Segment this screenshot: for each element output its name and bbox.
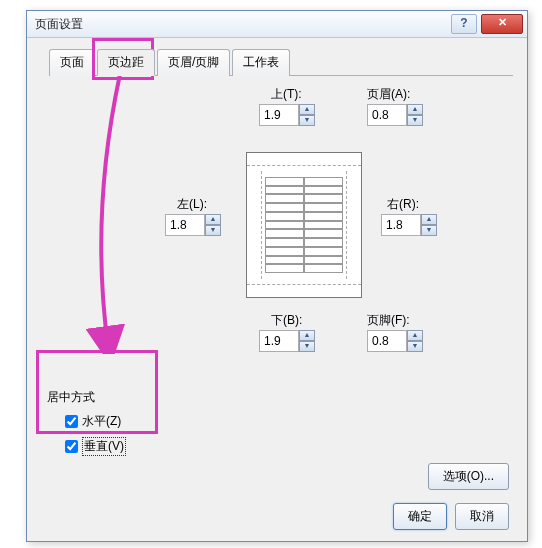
center-title: 居中方式 [47,389,126,406]
horizontal-center-row[interactable]: 水平(Z) [61,412,126,431]
bottom-label: 下(B): [271,312,302,329]
preview-header-line [247,165,361,166]
header-spin-up[interactable]: ▲ [407,104,423,115]
titlebar: 页面设置 ? ✕ [27,11,527,38]
tab-strip: 页面 页边距 页眉/页脚 工作表 [49,48,513,76]
vertical-center-row[interactable]: 垂直(V) [61,437,126,456]
header-spin-down[interactable]: ▼ [407,115,423,126]
ok-button[interactable]: 确定 [393,503,447,530]
tab-page-label: 页面 [60,55,84,69]
vertical-label: 垂直(V) [82,437,126,456]
bottom-spin-up[interactable]: ▲ [299,330,315,341]
tab-page[interactable]: 页面 [49,49,95,76]
left-spinner: ▲ ▼ [165,214,223,236]
right-spin-up[interactable]: ▲ [421,214,437,225]
left-spin-down[interactable]: ▼ [205,225,221,236]
tab-margins[interactable]: 页边距 [97,49,155,76]
bottom-spin-down[interactable]: ▼ [299,341,315,352]
header-label: 页眉(A): [367,86,410,103]
top-spin-up[interactable]: ▲ [299,104,315,115]
dialog-buttons: 确定 取消 [393,503,509,530]
tab-header-footer[interactable]: 页眉/页脚 [157,49,230,76]
vertical-checkbox[interactable] [65,440,78,453]
horizontal-checkbox[interactable] [65,415,78,428]
tab-margins-label: 页边距 [108,55,144,69]
top-spin-down[interactable]: ▼ [299,115,315,126]
header-input[interactable] [367,104,407,126]
left-spin-up[interactable]: ▲ [205,214,221,225]
header-spinner: ▲ ▼ [367,104,425,126]
top-spinner: ▲ ▼ [259,104,317,126]
top-label: 上(T): [271,86,302,103]
right-label: 右(R): [387,196,419,213]
page-preview [246,152,362,298]
preview-footer-line [247,284,361,285]
footer-spin-down[interactable]: ▼ [407,341,423,352]
horizontal-label: 水平(Z) [82,413,121,430]
right-spinner: ▲ ▼ [381,214,439,236]
close-button[interactable]: ✕ [481,14,523,34]
top-input[interactable] [259,104,299,126]
right-spin-down[interactable]: ▼ [421,225,437,236]
footer-input[interactable] [367,330,407,352]
footer-spinner: ▲ ▼ [367,330,425,352]
left-label: 左(L): [177,196,207,213]
options-row: 选项(O)... [428,463,509,490]
tab-header-footer-label: 页眉/页脚 [168,55,219,69]
margins-panel: 上(T): ▲ ▼ 页眉(A): ▲ ▼ 左(L): [41,84,513,354]
bottom-input[interactable] [259,330,299,352]
dialog-content: 页面 页边距 页眉/页脚 工作表 上(T): ▲ ▼ 页眉(A): ▲ ▼ [27,38,527,542]
titlebar-buttons: ? ✕ [451,14,523,34]
footer-label: 页脚(F): [367,312,410,329]
window-title: 页面设置 [35,16,451,33]
right-input[interactable] [381,214,421,236]
cancel-button[interactable]: 取消 [455,503,509,530]
left-input[interactable] [165,214,205,236]
options-button[interactable]: 选项(O)... [428,463,509,490]
tab-sheet[interactable]: 工作表 [232,49,290,76]
bottom-spinner: ▲ ▼ [259,330,317,352]
preview-grid [265,177,343,273]
footer-spin-up[interactable]: ▲ [407,330,423,341]
center-section: 居中方式 水平(Z) 垂直(V) [47,383,126,456]
tab-sheet-label: 工作表 [243,55,279,69]
page-setup-dialog: 页面设置 ? ✕ 页面 页边距 页眉/页脚 工作表 上(T): ▲ ▼ 页眉(A… [26,10,528,542]
help-button[interactable]: ? [451,14,477,34]
